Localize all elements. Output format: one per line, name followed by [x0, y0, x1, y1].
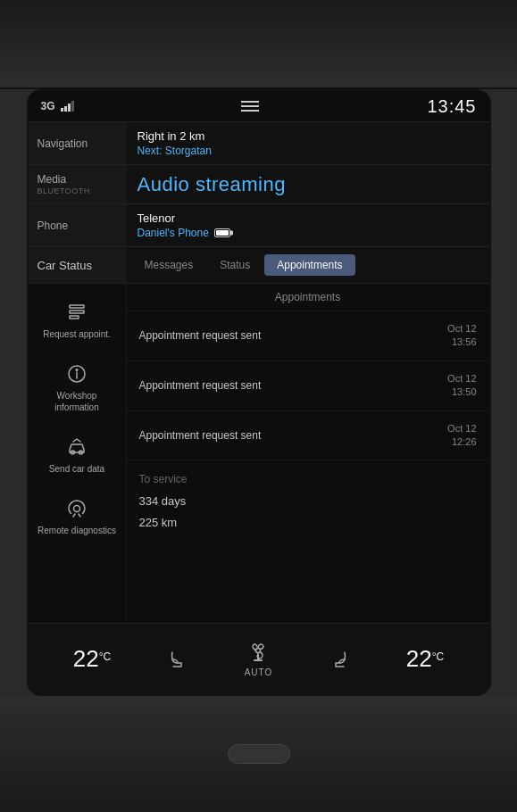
phone-value: Telenor Daniel's Phone [127, 204, 489, 246]
signal-type: 3G [41, 100, 55, 112]
svg-rect-0 [70, 305, 84, 308]
car-status-label: Car Status [29, 248, 127, 283]
sidebar-label-cardata: Send car data [49, 463, 104, 475]
right-temp[interactable]: 22 °C [406, 645, 444, 673]
car-status-section: Car Status Messages Status Appointments [29, 247, 489, 623]
auto-label: AUTO [245, 667, 273, 677]
service-days: 334 days 225 km [139, 491, 477, 533]
device-frame: 3G 13:45 Navigation Right [0, 0, 517, 812]
svg-rect-2 [70, 316, 79, 319]
sidebar-item-workshop[interactable]: Workshop information [29, 351, 126, 424]
signal-bars-icon [61, 101, 74, 112]
tab-appointments[interactable]: Appointments [264, 254, 354, 276]
battery-icon [214, 228, 230, 237]
service-label: To service [139, 473, 477, 485]
service-info: To service 334 days 225 km [127, 460, 489, 623]
phone-label: Phone [29, 204, 127, 246]
appt-date-0: Oct 12 13:56 [447, 322, 476, 350]
phone-row: Phone Telenor Daniel's Phone [29, 204, 489, 247]
media-label: Media BLUETOOTH [29, 165, 127, 203]
top-bezel [0, 0, 517, 89]
seat-left-icon[interactable] [165, 647, 190, 672]
navigation-label: Navigation [29, 122, 127, 164]
appt-date-2: Oct 12 12:26 [447, 422, 476, 450]
sidebar-label-diagnostics: Remote diagnostics [38, 525, 116, 536]
sidebar-label-workshop: Workshop information [34, 390, 121, 413]
appointment-row-2: Appointment request sent Oct 12 12:26 [127, 411, 489, 461]
appointments-area: Request appoint. Workshop information [29, 284, 489, 623]
status-bar: 3G 13:45 [29, 91, 489, 121]
hamburger-menu-icon[interactable] [241, 101, 259, 112]
fan-auto-icon[interactable]: AUTO [245, 641, 273, 677]
sidebar: Request appoint. Workshop information [29, 284, 127, 623]
tab-status[interactable]: Status [207, 254, 263, 276]
svg-point-5 [76, 369, 78, 371]
sidebar-item-request[interactable]: Request appoint. [29, 289, 126, 351]
left-temp[interactable]: 22 °C [73, 645, 111, 673]
appointment-row-0: Appointment request sent Oct 12 13:56 [127, 311, 489, 361]
sidebar-label-request: Request appoint. [43, 328, 111, 340]
sidebar-item-diagnostics[interactable]: Remote diagnostics [29, 485, 126, 547]
list-icon [64, 300, 89, 325]
svg-rect-1 [70, 311, 84, 313]
info-icon [64, 361, 89, 386]
car-icon [64, 435, 89, 460]
phone-name-row: Daniel's Phone [138, 227, 479, 239]
tab-messages[interactable]: Messages [132, 254, 206, 276]
home-button[interactable] [228, 744, 290, 764]
screen: 3G 13:45 Navigation Right [27, 89, 491, 696]
bottom-bezel [0, 696, 517, 812]
navigation-row: Navigation Right in 2 km Next: Storgatan [29, 122, 489, 165]
appointment-row-1: Appointment request sent Oct 12 13:50 [127, 361, 489, 411]
svg-point-8 [74, 506, 80, 512]
appointments-content: Appointments Appointment request sent Oc… [127, 284, 489, 623]
clock: 13:45 [427, 96, 476, 117]
navigation-value: Right in 2 km Next: Storgatan [127, 122, 489, 164]
car-status-header: Car Status Messages Status Appointments [29, 247, 489, 284]
info-rows: Navigation Right in 2 km Next: Storgatan… [29, 121, 489, 247]
media-value: Audio streaming [127, 165, 489, 203]
status-left: 3G [41, 100, 74, 112]
appointments-title: Appointments [127, 284, 489, 311]
diagnostics-icon [64, 496, 89, 521]
sidebar-item-cardata[interactable]: Send car data [29, 424, 126, 485]
appt-date-1: Oct 12 13:50 [447, 372, 476, 400]
media-row: Media BLUETOOTH Audio streaming [29, 165, 489, 204]
seat-right-icon[interactable] [327, 647, 352, 672]
climate-bar: 22 °C AUTO [29, 623, 489, 694]
car-status-tabs: Messages Status Appointments [127, 247, 489, 283]
